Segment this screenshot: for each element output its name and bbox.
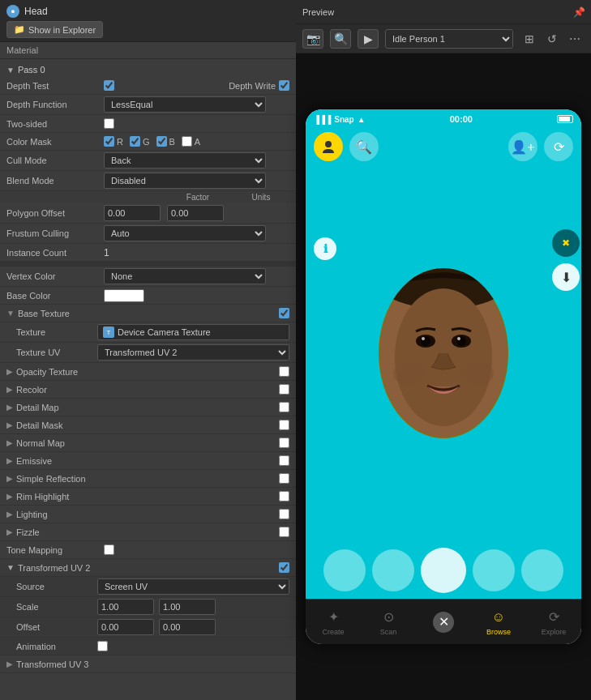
offset-y-input[interactable] bbox=[159, 619, 216, 635]
lens-item[interactable] bbox=[521, 549, 563, 591]
lens-item[interactable] bbox=[323, 549, 366, 591]
snap-camera-flip-icon[interactable]: ⟳ bbox=[544, 132, 573, 161]
transformed-uv2-checkbox[interactable] bbox=[279, 562, 289, 573]
uv2-collapse-icon[interactable]: ▼ bbox=[6, 563, 15, 572]
fizzle-checkbox[interactable] bbox=[279, 527, 289, 537]
scale-x-input[interactable] bbox=[97, 599, 154, 615]
zoom-button[interactable]: 🔍 bbox=[330, 29, 351, 49]
lens-item[interactable] bbox=[372, 549, 414, 591]
info-button[interactable]: ℹ bbox=[314, 237, 336, 260]
lighting-arrow: ▶ bbox=[6, 510, 13, 519]
depth-test-checkbox[interactable] bbox=[104, 80, 114, 91]
polygon-offset-factor-input[interactable] bbox=[104, 205, 161, 221]
simple-reflection-row[interactable]: ▶ Simple Reflection bbox=[0, 470, 296, 488]
mask-a-checkbox[interactable] bbox=[182, 136, 192, 147]
pass-label: Pass 0 bbox=[18, 65, 45, 75]
nav-create[interactable]: ✦ Create bbox=[309, 608, 358, 636]
opacity-texture-row[interactable]: ▶ Opacity Texture bbox=[0, 363, 296, 381]
snap-fx-button[interactable]: ✖ bbox=[552, 229, 580, 257]
color-mask-checks: R G B A bbox=[104, 136, 200, 147]
blend-mode-select[interactable]: Disabled bbox=[104, 173, 266, 189]
status-time: 00:00 bbox=[450, 114, 473, 124]
wifi-icon: ▲ bbox=[358, 115, 366, 124]
detail-map-checkbox[interactable] bbox=[279, 402, 289, 412]
snap-add-friend-icon[interactable]: 👤+ bbox=[508, 132, 537, 161]
blend-mode-label: Blend Mode bbox=[6, 176, 104, 186]
snap-down-button[interactable]: ⬇ bbox=[552, 263, 580, 291]
texture-uv-select[interactable]: Transformed UV 2 bbox=[97, 344, 289, 361]
fizzle-label: Fizzle bbox=[16, 527, 279, 537]
recolor-checkbox[interactable] bbox=[279, 384, 289, 395]
nav-browse[interactable]: ☺ Browse bbox=[474, 608, 523, 636]
detail-mask-row[interactable]: ▶ Detail Mask bbox=[0, 416, 296, 434]
texture-value[interactable]: T Device Camera Texture bbox=[97, 324, 289, 340]
nav-explore[interactable]: ⟳ Explore bbox=[529, 608, 578, 636]
fizzle-row[interactable]: ▶ Fizzle bbox=[0, 523, 296, 541]
detail-mask-checkbox[interactable] bbox=[279, 420, 289, 430]
emissive-row[interactable]: ▶ Emissive bbox=[0, 452, 296, 470]
depth-write-checkbox[interactable] bbox=[279, 80, 289, 91]
animation-select[interactable]: Idle Person 1 bbox=[385, 29, 513, 49]
simple-reflection-checkbox[interactable] bbox=[279, 473, 289, 484]
recolor-row[interactable]: ▶ Recolor bbox=[0, 381, 296, 399]
base-texture-collapse-icon[interactable]: ▼ bbox=[6, 309, 15, 318]
snap-search-icon[interactable]: 🔍 bbox=[349, 132, 379, 161]
frustum-culling-select[interactable]: Auto bbox=[104, 225, 266, 241]
camera-button[interactable]: 📷 bbox=[302, 29, 323, 49]
polygon-offset-units-input[interactable] bbox=[167, 205, 224, 221]
create-label: Create bbox=[322, 628, 344, 636]
lighting-row[interactable]: ▶ Lighting bbox=[0, 506, 296, 523]
source-select[interactable]: Screen UV bbox=[97, 578, 289, 595]
play-button[interactable]: ▶ bbox=[358, 29, 379, 49]
mask-g-item: G bbox=[130, 136, 150, 147]
transformed-uv3-row[interactable]: ▶ Transformed UV 3 bbox=[0, 655, 296, 673]
mask-b-checkbox[interactable] bbox=[156, 136, 167, 147]
resize-icon[interactable]: ⊞ bbox=[520, 29, 539, 49]
lens-item-active[interactable] bbox=[421, 548, 466, 593]
pass-collapse-icon[interactable]: ▼ bbox=[6, 66, 15, 75]
explorer-icon: 📁 bbox=[14, 24, 25, 35]
detail-mask-label: Detail Mask bbox=[16, 420, 279, 430]
depth-function-select[interactable]: LessEqual bbox=[104, 96, 266, 113]
offset-row: Offset bbox=[0, 617, 296, 638]
show-explorer-button[interactable]: 📁 Show in Explorer bbox=[6, 21, 103, 38]
battery-fill bbox=[559, 117, 570, 122]
svg-point-9 bbox=[457, 337, 460, 340]
scale-y-input[interactable] bbox=[159, 599, 216, 615]
texture-uv-row: Texture UV Transformed UV 2 bbox=[0, 343, 296, 363]
lighting-checkbox[interactable] bbox=[279, 509, 289, 519]
animation-checkbox[interactable] bbox=[97, 641, 108, 651]
snap-avatar-icon[interactable] bbox=[314, 132, 343, 161]
detail-map-row[interactable]: ▶ Detail Map bbox=[0, 399, 296, 416]
offset-x-input[interactable] bbox=[97, 619, 154, 635]
texture-name: Device Camera Texture bbox=[118, 327, 211, 337]
mask-r-checkbox[interactable] bbox=[104, 136, 114, 147]
nav-close[interactable]: ✕ bbox=[419, 612, 468, 633]
tone-mapping-checkbox[interactable] bbox=[104, 544, 114, 555]
lens-item[interactable] bbox=[473, 549, 515, 591]
base-texture-checkbox[interactable] bbox=[279, 308, 289, 318]
normal-map-checkbox[interactable] bbox=[279, 438, 289, 448]
mask-r-label: R bbox=[117, 137, 123, 147]
preview-panel: Preview 📌 📷 🔍 ▶ Idle Person 1 ⊞ ↺ ⋯ ▐▐▐ … bbox=[296, 0, 591, 700]
opacity-texture-checkbox[interactable] bbox=[279, 366, 289, 377]
rim-highlight-arrow: ▶ bbox=[6, 492, 13, 501]
normal-map-row[interactable]: ▶ Normal Map bbox=[0, 434, 296, 452]
nav-scan[interactable]: ⊙ Scan bbox=[364, 608, 413, 636]
svg-point-0 bbox=[325, 141, 332, 147]
two-sided-checkbox[interactable] bbox=[104, 118, 114, 129]
emissive-checkbox[interactable] bbox=[279, 455, 289, 466]
more-icon[interactable]: ⋯ bbox=[565, 29, 585, 49]
mask-g-checkbox[interactable] bbox=[130, 136, 140, 147]
depth-function-label: Depth Function bbox=[6, 100, 104, 109]
vertex-color-select[interactable]: None bbox=[104, 268, 266, 284]
blend-mode-row: Blend Mode Disabled bbox=[0, 171, 296, 191]
browse-label: Browse bbox=[486, 628, 511, 636]
rim-highlight-row[interactable]: ▶ Rim Highlight bbox=[0, 488, 296, 506]
cull-mode-select[interactable]: Back bbox=[104, 152, 266, 169]
refresh-icon[interactable]: ↺ bbox=[542, 29, 562, 49]
rim-highlight-checkbox[interactable] bbox=[279, 491, 289, 502]
base-color-swatch[interactable] bbox=[104, 289, 144, 302]
inspector-scroll-area[interactable]: ▼ Pass 0 Depth Test Depth Write Depth Fu… bbox=[0, 59, 296, 700]
factor-units-header: Factor Units bbox=[0, 191, 296, 203]
